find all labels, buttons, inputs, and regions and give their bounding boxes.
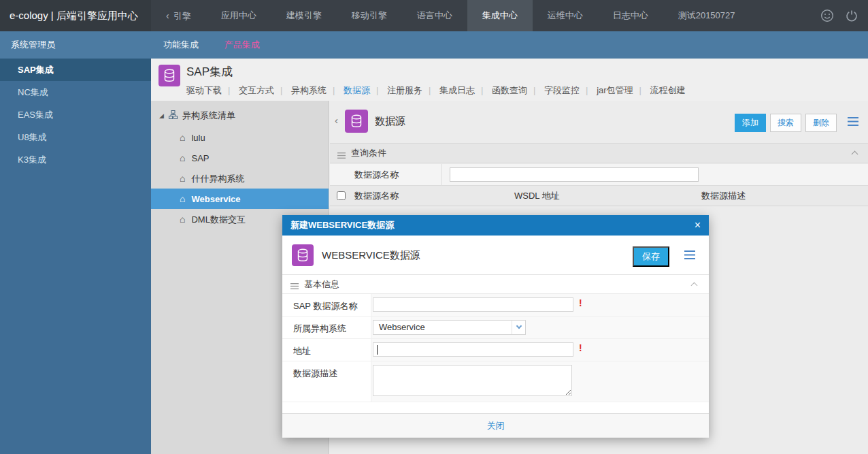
- nav-jar-management[interactable]: jar包管理: [597, 85, 633, 95]
- database-icon: [345, 110, 368, 133]
- sidebar-item-sap[interactable]: SAP集成: [0, 59, 151, 81]
- column-header-description: 数据源描述: [701, 186, 746, 206]
- sidebar-role-label: 系统管理员: [0, 31, 151, 59]
- home-icon: ⌂: [180, 173, 185, 184]
- field-cell: Webservice: [371, 317, 709, 338]
- sidebar-item-nc[interactable]: NC集成: [0, 81, 151, 103]
- datasource-description-textarea[interactable]: [373, 365, 572, 396]
- address-input[interactable]: [373, 342, 573, 357]
- field-cell: !: [371, 339, 709, 361]
- dialog-title: 新建WEBSERVICE数据源: [290, 220, 394, 230]
- nav-separator: [429, 85, 431, 95]
- new-webservice-datasource-dialog: 新建WEBSERVICE数据源 × WEBSERVICE数据源 保存 基本信息 …: [282, 215, 709, 438]
- dialog-heading: WEBSERVICE数据源: [322, 249, 420, 262]
- dialog-footer: 关闭: [282, 413, 709, 438]
- save-button[interactable]: 保存: [633, 246, 669, 267]
- top-tab-modeling-engine[interactable]: 建模引擎: [271, 0, 337, 31]
- nav-driver-download[interactable]: 驱动下载: [186, 85, 222, 95]
- sap-datasource-name-input[interactable]: [373, 297, 573, 312]
- selected-option-label: Webservice: [379, 322, 425, 332]
- tree-item-label: 什什异构系统: [191, 174, 244, 184]
- column-divider: [441, 164, 442, 186]
- chevron-up-icon[interactable]: [852, 151, 858, 158]
- nav-separator: [533, 85, 535, 95]
- dialog-spacer: [282, 402, 709, 413]
- list-view-icon[interactable]: [684, 250, 695, 261]
- top-tab-mobile-engine[interactable]: 移动引擎: [337, 0, 402, 31]
- top-tab-test[interactable]: 测试20150727: [663, 0, 750, 31]
- home-icon: ⌂: [180, 132, 185, 143]
- page-header: SAP集成 驱动下载 交互方式 异构系统 数据源 注册服务 集成日志 函数查询 …: [151, 59, 868, 101]
- field-cell: !: [371, 294, 709, 316]
- nav-integration-log[interactable]: 集成日志: [439, 85, 475, 95]
- list-view-icon[interactable]: [848, 117, 858, 128]
- database-icon: [158, 65, 180, 86]
- top-tab-label: 引擎: [173, 11, 191, 21]
- field-label: 数据源描述: [282, 361, 371, 402]
- page-title: SAP集成: [186, 64, 233, 80]
- tree-item-webservice[interactable]: ⌂Webservice: [151, 189, 329, 209]
- field-label: 所属异构系统: [282, 317, 371, 338]
- delete-button[interactable]: 删除: [805, 114, 837, 132]
- top-bar-actions: [820, 9, 858, 25]
- required-marker: !: [579, 297, 582, 308]
- close-icon[interactable]: ×: [695, 215, 701, 236]
- sidebar-item-u8[interactable]: U8集成: [0, 126, 151, 148]
- top-tab-back-engine[interactable]: ‹引擎: [151, 0, 206, 31]
- nav-function-query[interactable]: 函数查询: [492, 85, 527, 95]
- tree-item-shenshen[interactable]: ⌂什什异构系统: [151, 168, 329, 189]
- nav-hetero-systems[interactable]: 异构系统: [291, 85, 327, 95]
- basic-info-section-bar[interactable]: 基本信息: [282, 275, 709, 294]
- tree-item-sap[interactable]: ⌂SAP: [151, 148, 329, 168]
- query-conditions-bar[interactable]: 查询条件: [330, 143, 868, 163]
- nav-register-service[interactable]: 注册服务: [387, 85, 422, 95]
- sidebar-item-eas[interactable]: EAS集成: [0, 103, 151, 126]
- smiley-icon[interactable]: [820, 9, 834, 25]
- tree-root-node[interactable]: ◢ 异构系统清单: [151, 101, 329, 127]
- required-marker: !: [579, 342, 582, 353]
- collapse-tree-icon[interactable]: ‹: [335, 114, 338, 126]
- form-row-hetero-system: 所属异构系统 Webservice: [282, 317, 709, 339]
- tree-item-lulu[interactable]: ⌂lulu: [151, 127, 329, 148]
- sidebar-item-k3[interactable]: K3集成: [0, 148, 151, 171]
- top-tab-log-center[interactable]: 日志中心: [598, 0, 663, 31]
- tab-product-integration[interactable]: 产品集成: [224, 39, 260, 50]
- nav-separator: [481, 85, 483, 95]
- nav-interaction-mode[interactable]: 交互方式: [239, 85, 274, 95]
- dialog-title-bar[interactable]: 新建WEBSERVICE数据源 ×: [282, 215, 709, 236]
- nav-separator: [376, 85, 378, 95]
- power-icon[interactable]: [845, 9, 858, 25]
- datasource-actions: 添加 搜索 删除: [735, 114, 837, 132]
- nav-field-monitor[interactable]: 字段监控: [544, 85, 580, 95]
- integration-subnav: 功能集成 产品集成: [151, 31, 868, 59]
- datasource-title: 数据源: [375, 115, 405, 128]
- nav-process-create[interactable]: 流程创建: [650, 85, 686, 95]
- section-handle-icon: [337, 150, 346, 161]
- datasource-header: ‹ 数据源 添加 搜索 删除: [330, 101, 868, 143]
- top-tab-integration-center[interactable]: 集成中心: [467, 0, 533, 31]
- hetero-system-select[interactable]: Webservice: [373, 320, 526, 335]
- top-tab-ops-center[interactable]: 运维中心: [533, 0, 598, 31]
- column-header-wsdl: WSDL 地址: [514, 186, 560, 206]
- nav-separator: [586, 85, 588, 95]
- tree-expand-icon[interactable]: ◢: [159, 112, 164, 119]
- select-all-checkbox[interactable]: [337, 191, 346, 200]
- chevron-up-icon[interactable]: [691, 282, 698, 289]
- add-button[interactable]: 添加: [735, 114, 766, 132]
- field-cell: [371, 361, 709, 402]
- nav-separator: [639, 85, 641, 95]
- top-tab-app-center[interactable]: 应用中心: [206, 0, 271, 31]
- top-nav: ‹引擎 应用中心 建模引擎 移动引擎 语言中心 集成中心 运维中心 日志中心 测…: [151, 0, 750, 31]
- nav-separator: [280, 85, 282, 95]
- tab-function-integration[interactable]: 功能集成: [163, 39, 199, 50]
- column-header-name: 数据源名称: [354, 186, 399, 206]
- basic-info-title: 基本信息: [304, 275, 339, 294]
- top-tab-language-center[interactable]: 语言中心: [402, 0, 467, 31]
- datasource-name-query-input[interactable]: [450, 167, 699, 182]
- search-button[interactable]: 搜索: [770, 114, 801, 132]
- sidebar: 系统管理员 SAP集成 NC集成 EAS集成 U8集成 K3集成: [0, 31, 151, 454]
- tree-item-label: SAP: [191, 153, 209, 163]
- close-dialog-link[interactable]: 关闭: [487, 421, 505, 431]
- nav-data-source[interactable]: 数据源: [344, 85, 370, 95]
- dialog-header: WEBSERVICE数据源 保存: [282, 236, 709, 275]
